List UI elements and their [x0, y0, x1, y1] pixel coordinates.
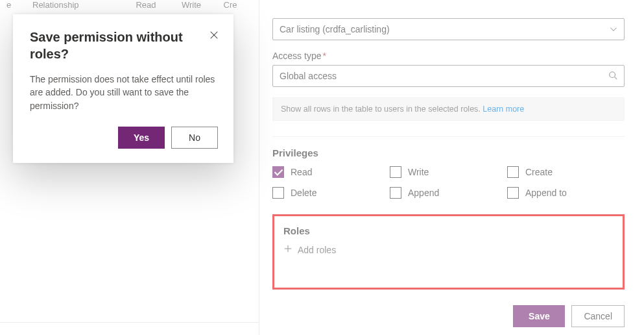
table-dropdown[interactable]: Car listing (crdfa_carlisting) — [272, 18, 625, 40]
privilege-label: Delete — [291, 188, 316, 198]
form-footer: Save Cancel — [513, 305, 625, 327]
checkbox-icon — [507, 166, 519, 178]
privilege-create[interactable]: Create — [507, 166, 625, 178]
access-type-label: Access type* — [272, 51, 625, 61]
dialog-yes-button[interactable]: Yes — [118, 127, 165, 149]
dialog-body: The permission does not take effect unti… — [30, 73, 218, 112]
privilege-label: Create — [525, 167, 553, 177]
svg-line-1 — [615, 77, 617, 79]
col-header-type: e — [6, 0, 32, 10]
access-type-info: Show all rows in the table to users in t… — [272, 97, 625, 121]
dialog-title: Save permission without roles? — [30, 29, 198, 62]
cancel-button[interactable]: Cancel — [571, 305, 625, 327]
dialog-no-button[interactable]: No — [171, 127, 218, 149]
privilege-delete[interactable]: Delete — [272, 187, 390, 199]
privilege-write[interactable]: Write — [390, 166, 507, 178]
privilege-label: Read — [291, 167, 312, 177]
table-header-row: e Relationship Read Write Cre — [0, 0, 259, 14]
col-header-write: Write — [169, 0, 214, 10]
checkbox-icon — [390, 166, 401, 178]
svg-point-0 — [610, 71, 615, 77]
access-type-value: Global access — [280, 71, 337, 81]
permission-form-panel: Car listing (crdfa_carlisting) Access ty… — [259, 0, 644, 335]
privilege-append[interactable]: Append — [390, 187, 507, 199]
roles-section: Roles Add roles — [272, 214, 625, 290]
plus-icon — [283, 244, 292, 255]
required-asterisk: * — [322, 51, 326, 61]
privilege-label: Append — [408, 188, 439, 198]
save-button[interactable]: Save — [513, 305, 565, 327]
divider — [272, 136, 625, 137]
privileges-heading: Privileges — [272, 147, 625, 158]
privilege-append-to[interactable]: Append to — [507, 187, 625, 199]
close-icon — [209, 31, 219, 40]
privilege-read[interactable]: Read — [272, 166, 390, 178]
dialog-actions: Yes No — [30, 127, 218, 149]
table-dropdown-value: Car listing (crdfa_carlisting) — [280, 24, 390, 34]
add-roles-button[interactable]: Add roles — [283, 244, 614, 255]
roles-heading: Roles — [283, 225, 614, 236]
checkbox-icon — [507, 187, 519, 199]
access-type-label-text: Access type — [272, 51, 321, 61]
chevron-down-icon — [610, 25, 617, 33]
checkbox-icon — [272, 187, 284, 199]
dialog-close-button[interactable] — [208, 29, 221, 42]
checkbox-icon — [272, 166, 284, 178]
col-header-relationship: Relationship — [32, 0, 123, 10]
privilege-label: Append to — [525, 188, 567, 198]
info-text: Show all rows in the table to users in t… — [281, 105, 483, 114]
save-without-roles-dialog: Save permission without roles? The permi… — [13, 14, 233, 163]
search-icon — [608, 71, 617, 82]
learn-more-link[interactable]: Learn more — [483, 105, 524, 114]
add-roles-label: Add roles — [298, 245, 336, 255]
privilege-label: Write — [408, 167, 429, 177]
access-type-dropdown[interactable]: Global access — [272, 65, 625, 87]
checkbox-icon — [390, 187, 401, 199]
privileges-grid: Read Write Create Delete Append Append t… — [272, 166, 625, 199]
table-footer — [0, 322, 259, 335]
col-header-create: Cre — [214, 0, 246, 10]
col-header-read: Read — [123, 0, 169, 10]
